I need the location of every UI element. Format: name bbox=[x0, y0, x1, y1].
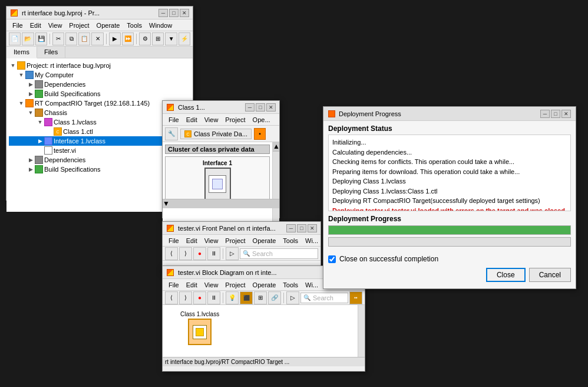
tf-menu-tools[interactable]: Tools bbox=[279, 236, 302, 245]
tb-chain-btn[interactable]: 🔗 bbox=[268, 291, 281, 304]
expand-dep1[interactable]: ▶ bbox=[28, 81, 34, 87]
tb-menu-view[interactable]: View bbox=[201, 280, 222, 290]
tf-forward-btn[interactable]: ⟩ bbox=[179, 247, 192, 260]
deploy-close[interactable]: ✕ bbox=[561, 110, 571, 118]
tree-item-root[interactable]: ▼ Project: rt interface bug.lvproj bbox=[9, 61, 190, 70]
grid-button[interactable]: ⊞ bbox=[152, 32, 164, 45]
expand-chassis[interactable]: ▼ bbox=[28, 110, 34, 116]
tester-front-maximize[interactable]: □ bbox=[297, 224, 306, 232]
copy-button[interactable]: ⧉ bbox=[65, 32, 77, 45]
tree-item-mycomputer[interactable]: ▼ My Computer bbox=[9, 70, 190, 80]
tb-menu-wi[interactable]: Wi... bbox=[302, 280, 322, 290]
class-menu-file[interactable]: File bbox=[165, 115, 183, 124]
tester-front-minimize[interactable]: ─ bbox=[286, 224, 296, 232]
scroll-down[interactable]: ▼ bbox=[163, 199, 279, 208]
expand-interface1[interactable]: ▶ bbox=[37, 138, 43, 144]
tb-chip-btn[interactable]: ⬛ bbox=[240, 291, 253, 304]
scroll-up[interactable]: ▲ bbox=[273, 142, 279, 152]
block-scrollbar[interactable] bbox=[358, 305, 365, 357]
close-button[interactable]: Close bbox=[486, 268, 526, 282]
open-button[interactable]: 📂 bbox=[22, 32, 34, 45]
class-titlebar[interactable]: Class 1... ─ □ ✕ bbox=[163, 101, 279, 114]
minimize-button[interactable]: ─ bbox=[158, 9, 168, 17]
run-button[interactable]: ▶ bbox=[109, 32, 121, 45]
tb-run-btn[interactable]: ▷ bbox=[286, 291, 299, 304]
tester-front-close[interactable]: ✕ bbox=[308, 224, 317, 232]
project-titlebar[interactable]: rt interface bug.lvproj - Pr... ─ □ ✕ bbox=[6, 6, 193, 19]
tb-pause-btn[interactable]: ⏸ bbox=[207, 291, 220, 304]
close-button[interactable]: ✕ bbox=[180, 9, 189, 17]
more-button[interactable]: ▼ bbox=[165, 32, 177, 45]
paste-button[interactable]: 📋 bbox=[78, 32, 90, 45]
tf-back-btn[interactable]: ⟨ bbox=[165, 247, 178, 260]
tb-menu-edit[interactable]: Edit bbox=[183, 280, 201, 290]
tester-front-controls[interactable]: ─ □ ✕ bbox=[286, 224, 317, 232]
new-button[interactable]: 📄 bbox=[9, 32, 21, 45]
tf-run-cont-btn[interactable]: ▷ bbox=[226, 247, 239, 260]
tb-back-btn[interactable]: ⟨ bbox=[165, 291, 178, 304]
expand-rt-target[interactable]: ▼ bbox=[18, 100, 24, 106]
tf-menu-operate[interactable]: Operate bbox=[249, 236, 280, 245]
close-checkbox[interactable] bbox=[328, 255, 336, 263]
expand-mycomputer[interactable]: ▼ bbox=[18, 72, 24, 78]
menu-project[interactable]: Project bbox=[65, 21, 93, 30]
class-wrench-icon[interactable]: 🔧 bbox=[165, 127, 178, 140]
tb-menu-file[interactable]: File bbox=[165, 280, 183, 290]
class-menu-ope[interactable]: Ope... bbox=[249, 115, 274, 124]
tb-menu-project[interactable]: Project bbox=[222, 280, 249, 290]
class-minimize[interactable]: ─ bbox=[245, 103, 255, 111]
tb-forward-btn[interactable]: ⟩ bbox=[179, 291, 192, 304]
tf-menu-project[interactable]: Project bbox=[222, 236, 249, 245]
menu-tools[interactable]: Tools bbox=[123, 21, 146, 30]
save-button[interactable]: 💾 bbox=[35, 32, 47, 45]
run2-button[interactable]: ⏩ bbox=[122, 32, 134, 45]
tf-menu-file[interactable]: File bbox=[165, 236, 183, 245]
tf-pause-btn[interactable]: ⏸ bbox=[207, 247, 220, 260]
tb-light-btn[interactable]: 💡 bbox=[226, 291, 239, 304]
class-menu-edit[interactable]: Edit bbox=[183, 115, 201, 124]
expand-class1[interactable]: ▼ bbox=[37, 119, 43, 125]
tree-item-dep1[interactable]: ▶ Dependencies bbox=[9, 80, 190, 89]
tb-extra-btn[interactable]: ▪▪ bbox=[349, 291, 362, 304]
deployment-titlebar[interactable]: Deployment Progress ─ □ ✕ bbox=[323, 107, 576, 121]
tb-grid-btn[interactable]: ⊞ bbox=[254, 291, 267, 304]
class-menu-view[interactable]: View bbox=[201, 115, 222, 124]
tf-menu-view[interactable]: View bbox=[201, 236, 222, 245]
deploy-minimize[interactable]: ─ bbox=[540, 110, 550, 118]
tb-menu-operate[interactable]: Operate bbox=[249, 280, 280, 290]
tab-items[interactable]: Items bbox=[6, 47, 37, 58]
menu-file[interactable]: File bbox=[9, 21, 27, 30]
tf-menu-edit[interactable]: Edit bbox=[183, 236, 201, 245]
class-extra-icon[interactable]: ▪ bbox=[254, 128, 266, 140]
menu-operate[interactable]: Operate bbox=[93, 21, 124, 30]
class-window-controls[interactable]: ─ □ ✕ bbox=[245, 103, 276, 111]
cut-button[interactable]: ✂ bbox=[52, 32, 64, 45]
tb-menu-tools[interactable]: Tools bbox=[279, 280, 302, 290]
expand-build2[interactable]: ▶ bbox=[28, 166, 34, 172]
deploy-maximize[interactable]: □ bbox=[551, 110, 560, 118]
tf-menu-wi[interactable]: Wi... bbox=[302, 236, 322, 245]
class-private-data-label[interactable]: C Class Private Da... bbox=[180, 129, 252, 139]
settings-button[interactable]: ⚙ bbox=[139, 32, 151, 45]
project-window-controls[interactable]: ─ □ ✕ bbox=[158, 9, 189, 17]
tab-files[interactable]: Files bbox=[37, 47, 65, 58]
tf-stop-btn[interactable]: ● bbox=[193, 247, 206, 260]
class-scrollbar[interactable]: ▲ ▼ bbox=[272, 142, 279, 229]
extra-button[interactable]: ⚡ bbox=[179, 32, 190, 45]
expand-root[interactable]: ▼ bbox=[10, 63, 16, 68]
menu-view[interactable]: View bbox=[45, 21, 66, 30]
tester-block-search[interactable]: 🔍 Search bbox=[300, 293, 348, 303]
menu-window[interactable]: Window bbox=[146, 21, 176, 30]
class-close[interactable]: ✕ bbox=[266, 103, 276, 111]
tester-front-titlebar[interactable]: tester.vi Front Panel on rt interfa... ─… bbox=[163, 222, 321, 235]
tester-front-search[interactable]: 🔍 Search bbox=[240, 248, 318, 259]
expand-build1[interactable]: ▶ bbox=[28, 91, 34, 97]
class-maximize[interactable]: □ bbox=[256, 103, 265, 111]
deploy-window-controls[interactable]: ─ □ ✕ bbox=[540, 110, 571, 118]
delete-button[interactable]: ✕ bbox=[91, 32, 103, 45]
menu-edit[interactable]: Edit bbox=[27, 21, 45, 30]
cancel-button[interactable]: Cancel bbox=[529, 268, 571, 282]
tb-stop-btn[interactable]: ● bbox=[193, 291, 206, 304]
tree-item-build1[interactable]: ▶ Build Specifications bbox=[9, 89, 190, 99]
maximize-button[interactable]: □ bbox=[169, 9, 179, 17]
